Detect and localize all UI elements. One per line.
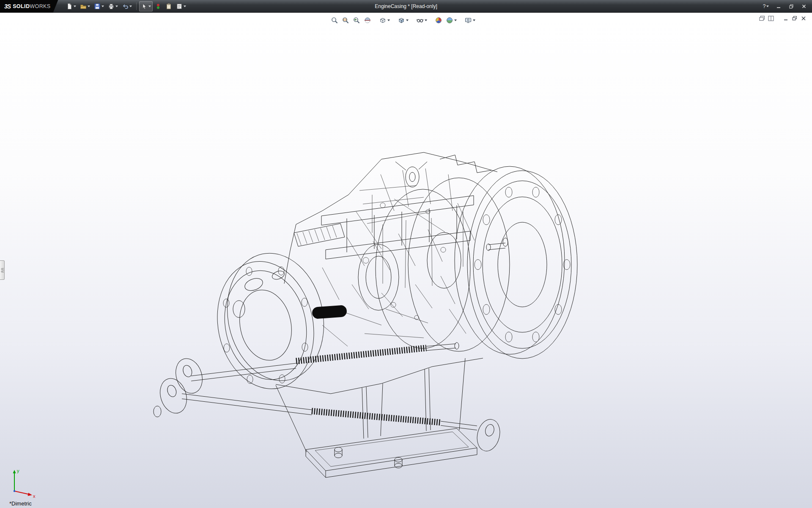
- edit-appearance-button[interactable]: [433, 15, 444, 25]
- chevron-down-icon[interactable]: [102, 6, 104, 7]
- apply-scene-button[interactable]: [444, 15, 458, 25]
- graphics-area[interactable]: y x *Dimetric: [0, 13, 812, 508]
- chevron-down-icon[interactable]: [88, 6, 90, 7]
- solidworks-window: 3S SOLIDWORKS: [0, 0, 812, 508]
- triad-y-label: y: [17, 468, 19, 473]
- display-style-button[interactable]: [396, 15, 410, 25]
- window-title: EngineCasing * [Read-only]: [375, 0, 437, 13]
- close-doc-icon: [801, 16, 807, 21]
- reference-triad: y x: [8, 467, 41, 500]
- new-document-icon: [66, 3, 73, 10]
- apply-scene-icon: [446, 17, 453, 24]
- hide-show-items-button[interactable]: [415, 15, 428, 25]
- color-toggle-icon: [155, 3, 162, 10]
- print-icon: [108, 3, 115, 10]
- open-folder-icon: [80, 3, 87, 10]
- document-properties-button[interactable]: [174, 1, 188, 11]
- new-document-button[interactable]: [64, 1, 78, 11]
- restore-doc-icon: [792, 16, 798, 21]
- titlebar: 3S SOLIDWORKS: [0, 0, 812, 13]
- section-view-icon: [364, 17, 371, 24]
- chevron-down-icon[interactable]: [148, 6, 151, 7]
- view-settings-icon: [464, 17, 472, 24]
- solidworks-logo-text: SOLIDWORKS: [13, 3, 50, 9]
- chevron-down-icon[interactable]: [129, 6, 132, 7]
- chevron-down-icon[interactable]: [473, 19, 475, 21]
- save-button[interactable]: [92, 1, 106, 11]
- view-orientation-label: *Dimetric: [9, 500, 32, 507]
- print-button[interactable]: [106, 1, 120, 11]
- minimize-doc-icon: [783, 16, 789, 21]
- chevron-down-icon[interactable]: [115, 6, 118, 7]
- zoom-to-area-button[interactable]: [340, 15, 351, 25]
- minimize-document-button[interactable]: [782, 15, 789, 22]
- chevron-down-icon[interactable]: [406, 19, 409, 21]
- triad-x-label: x: [33, 494, 36, 499]
- chevron-down-icon[interactable]: [387, 19, 390, 21]
- color-toggle-button[interactable]: [153, 1, 163, 11]
- undo-icon: [122, 3, 129, 10]
- minimize-button[interactable]: [773, 2, 784, 11]
- double-chevron-left-icon: [1, 267, 4, 273]
- clipboard-icon: [165, 3, 172, 10]
- previous-view-button[interactable]: [351, 15, 362, 25]
- save-icon: [94, 3, 101, 10]
- solidworks-logo: 3S SOLIDWORKS: [0, 0, 58, 13]
- spring-upper: [296, 348, 426, 361]
- edit-appearance-icon: [435, 17, 442, 24]
- restore-button[interactable]: [786, 2, 797, 11]
- chevron-down-icon[interactable]: [425, 19, 427, 21]
- close-document-button[interactable]: [800, 15, 807, 22]
- chevron-down-icon[interactable]: [74, 6, 76, 7]
- main-toolbar: [64, 1, 188, 11]
- panel-collapse-tab[interactable]: [0, 260, 5, 280]
- cascade-windows-button[interactable]: [758, 15, 765, 22]
- toolbar-separator: [136, 3, 137, 10]
- view-settings-button[interactable]: [463, 15, 477, 25]
- cascade-icon: [759, 16, 765, 21]
- view-orientation-icon: [379, 17, 387, 24]
- help-label: ?: [763, 3, 766, 9]
- engine-casing-wireframe[interactable]: [0, 13, 812, 508]
- document-window-controls: [758, 15, 807, 22]
- 3ds-logo-mark: 3S: [4, 3, 11, 10]
- select-cursor-icon: [141, 3, 148, 10]
- chevron-down-icon[interactable]: [184, 6, 186, 7]
- document-properties-icon: [176, 3, 183, 10]
- minimize-icon: [776, 4, 781, 9]
- window-controls: ?: [760, 0, 809, 13]
- zoom-to-fit-icon: [331, 17, 338, 24]
- zoom-to-area-icon: [342, 17, 349, 24]
- chevron-down-icon[interactable]: [766, 6, 769, 7]
- help-button[interactable]: ?: [760, 2, 771, 11]
- close-button[interactable]: [798, 2, 809, 11]
- chevron-down-icon[interactable]: [454, 19, 457, 21]
- restore-icon: [789, 4, 794, 9]
- restore-document-button[interactable]: [791, 15, 798, 22]
- spring-lower: [312, 411, 441, 422]
- heads-up-view-toolbar: [329, 15, 477, 25]
- dowel-pin-solid: [312, 305, 347, 319]
- undo-button[interactable]: [120, 1, 134, 11]
- display-style-icon: [398, 17, 405, 24]
- tile-windows-button[interactable]: [767, 15, 774, 22]
- previous-view-icon: [353, 17, 360, 24]
- clipboard-button[interactable]: [164, 1, 174, 11]
- close-icon: [801, 4, 807, 9]
- tile-icon: [768, 16, 774, 21]
- section-view-button[interactable]: [362, 15, 373, 25]
- select-button[interactable]: [139, 1, 153, 11]
- view-orientation-button[interactable]: [378, 15, 391, 25]
- open-button[interactable]: [78, 1, 92, 11]
- hide-show-items-icon: [416, 17, 424, 24]
- zoom-to-fit-button[interactable]: [329, 15, 340, 25]
